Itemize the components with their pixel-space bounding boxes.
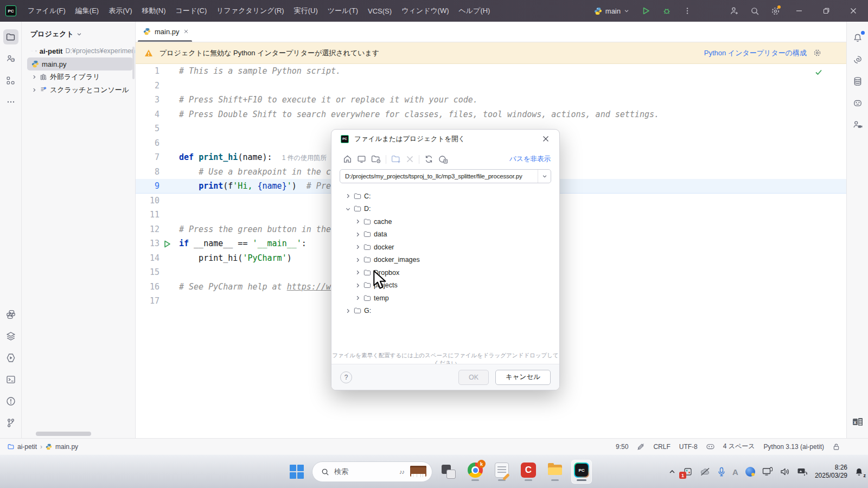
file-tree-item-projects[interactable]: projects	[331, 279, 559, 292]
chevron-right-icon[interactable]	[355, 244, 361, 250]
tab-main-py[interactable]: main.py	[136, 21, 194, 42]
line-number-8[interactable]: 8	[136, 165, 159, 179]
learn-tool-button[interactable]: ?	[3, 51, 18, 66]
line-number-15[interactable]: 15	[136, 265, 159, 280]
show-hidden-files-icon[interactable]	[438, 155, 448, 164]
line-number-12[interactable]: 12	[136, 222, 159, 237]
code-line-1[interactable]: 1# This is a sample Python script.	[136, 64, 846, 79]
code-line-2[interactable]: 2	[136, 79, 846, 93]
start-button[interactable]	[288, 460, 306, 484]
run-config-selector[interactable]: main	[590, 5, 634, 17]
add-user-button[interactable]	[726, 3, 742, 19]
code-line-3[interactable]: 3# Press Shift+F10 to execute it or repl…	[136, 93, 846, 107]
blue-sphere-app-icon[interactable]	[745, 467, 755, 477]
csv-editor-button[interactable]: x	[850, 414, 865, 429]
menu-item-1[interactable]: ファイル(F)	[23, 4, 71, 18]
file-tree-item-cache[interactable]: cache	[331, 215, 559, 228]
encoding-widget[interactable]: UTF-8	[679, 443, 698, 451]
maximize-button[interactable]	[815, 0, 838, 22]
menu-item-11[interactable]: ヘルプ(H)	[454, 4, 495, 18]
services-tool-button[interactable]	[3, 329, 18, 344]
settings-button[interactable]	[767, 3, 783, 19]
file-tree-item-g[interactable]: G:	[331, 305, 559, 318]
file-tree-item-dropbox[interactable]: Dropbox	[331, 266, 559, 279]
search-everywhere-button[interactable]	[746, 3, 763, 19]
refresh-icon[interactable]	[424, 155, 433, 164]
close-button[interactable]	[842, 0, 865, 22]
interpreter-widget[interactable]: Python 3.13 (ai-petit)	[764, 443, 824, 451]
display-switch-icon[interactable]	[797, 467, 808, 476]
menu-item-4[interactable]: 移動(N)	[137, 4, 171, 18]
indent-widget[interactable]: 4 スペース	[723, 442, 755, 451]
ai-assistant-button[interactable]	[850, 52, 865, 67]
file-tree-item-temp[interactable]: temp	[331, 292, 559, 305]
banner-settings-icon[interactable]	[813, 49, 821, 57]
breadcrumb-file[interactable]: main.py	[55, 443, 78, 451]
taskbar-pycharm[interactable]: PC	[571, 460, 592, 484]
help-button[interactable]: ?	[340, 371, 352, 383]
line-number-17[interactable]: 17	[136, 294, 159, 309]
chevron-right-icon[interactable]	[355, 282, 361, 288]
path-input[interactable]	[340, 173, 538, 179]
line-number-3[interactable]: 3	[136, 93, 159, 107]
menu-item-7[interactable]: 実行(U)	[289, 4, 323, 18]
display-device-icon[interactable]	[762, 467, 773, 477]
delete-icon[interactable]	[406, 155, 414, 163]
breadcrumb-project[interactable]: ai-petit	[17, 443, 37, 451]
line-number-6[interactable]: 6	[136, 136, 159, 151]
project-panel-horizontal-scrollbar[interactable]	[36, 432, 91, 436]
readonly-indicator-icon[interactable]	[637, 443, 644, 451]
taskbar-camtasia[interactable]: C	[518, 460, 539, 484]
line-separator-widget[interactable]: CRLF	[653, 443, 670, 451]
project-tool-button[interactable]	[3, 29, 18, 44]
line-number-1[interactable]: 1	[136, 64, 159, 79]
run-button[interactable]	[638, 3, 654, 19]
file-tree-item-d[interactable]: D:	[331, 203, 559, 216]
tree-item-scratches[interactable]: スクラッチとコンソール	[22, 84, 135, 97]
menu-item-5[interactable]: コード(C)	[171, 4, 212, 18]
line-number-10[interactable]: 10	[136, 194, 159, 208]
run-gutter-icon[interactable]	[164, 240, 171, 248]
code-line-4[interactable]: 4# Press Double Shift to search everywhe…	[136, 107, 846, 122]
configure-interpreter-link[interactable]: Python インタープリターの構成	[704, 48, 807, 58]
chevron-right-icon[interactable]	[355, 219, 361, 224]
line-number-7[interactable]: 7	[136, 150, 159, 165]
code-with-me-button[interactable]	[850, 117, 865, 132]
tab-close-icon[interactable]	[183, 29, 189, 34]
line-number-13[interactable]: 13	[136, 236, 159, 251]
copilot-status-icon[interactable]	[706, 443, 714, 450]
line-number-11[interactable]: 11	[136, 208, 159, 222]
taskbar-search[interactable]: 検索 ♪♪	[312, 461, 432, 482]
tray-notification-app[interactable]: 1	[683, 467, 693, 477]
path-dropdown-button[interactable]	[538, 170, 551, 183]
chevron-right-icon[interactable]	[355, 257, 361, 263]
menu-item-8[interactable]: ツール(T)	[323, 4, 363, 18]
task-view-button[interactable]	[438, 460, 459, 484]
new-folder-icon[interactable]	[391, 155, 401, 164]
file-tree-item-docker[interactable]: docker	[331, 241, 559, 254]
taskbar-notepad[interactable]	[492, 460, 512, 484]
database-button[interactable]	[850, 74, 865, 89]
clock[interactable]: 8:26 2025/03/29	[815, 464, 847, 480]
menu-item-2[interactable]: 編集(E)	[71, 4, 104, 18]
problems-tool-button[interactable]	[3, 394, 18, 409]
project-directory-icon[interactable]	[371, 155, 381, 164]
chevron-right-icon[interactable]	[355, 269, 361, 275]
line-number-5[interactable]: 5	[136, 121, 159, 136]
run-tool-button[interactable]	[3, 350, 18, 365]
line-number-4[interactable]: 4	[136, 107, 159, 122]
menu-item-3[interactable]: 表示(V)	[104, 4, 137, 18]
file-tree-item-data[interactable]: data	[331, 228, 559, 241]
tree-item-main-py[interactable]: main.py	[27, 57, 133, 70]
lock-icon[interactable]	[833, 443, 840, 451]
file-tree-item-c[interactable]: C:	[331, 190, 559, 203]
project-panel-vertical-scrollbar[interactable]	[132, 47, 135, 79]
caret-position-widget[interactable]: 9:50	[616, 443, 628, 451]
minimize-button[interactable]	[788, 0, 810, 22]
menu-item-10[interactable]: ウィンドウ(W)	[397, 4, 454, 18]
dialog-close-button[interactable]	[539, 132, 553, 146]
python-console-tool-button[interactable]	[3, 307, 18, 322]
home-icon[interactable]	[343, 155, 352, 164]
project-panel-header[interactable]: プロジェクト	[22, 22, 135, 44]
notifications-button[interactable]	[850, 30, 865, 46]
